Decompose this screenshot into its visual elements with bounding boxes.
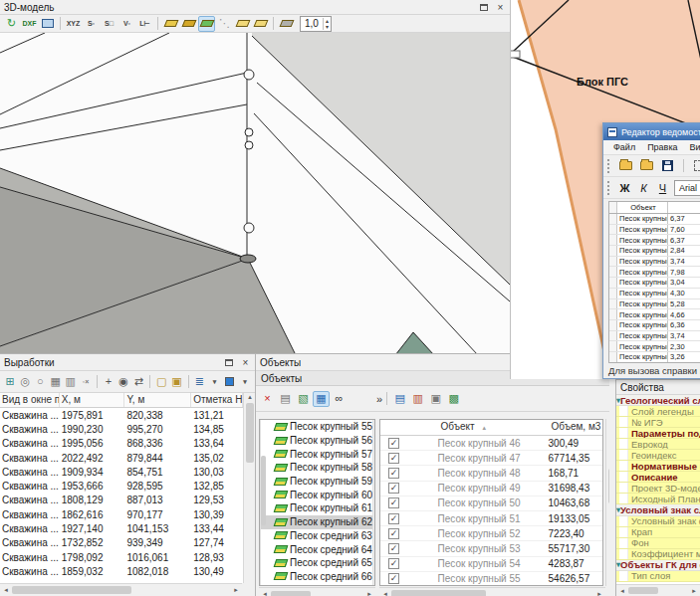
- menu-file[interactable]: Файл: [613, 142, 635, 152]
- col-checkbox[interactable]: [380, 420, 435, 435]
- table-row[interactable]: Песок крупный 27,98: [609, 267, 700, 278]
- export-solid-icon[interactable]: [278, 16, 295, 32]
- scroll-right-icon[interactable]: ▸: [363, 590, 375, 596]
- property-row[interactable]: Слой легенды: [616, 406, 700, 417]
- property-group-row[interactable]: ▾Геологический слой: [616, 395, 700, 406]
- menu-view[interactable]: Вид: [690, 142, 700, 152]
- float-window-icon[interactable]: [478, 2, 489, 13]
- delete-icon[interactable]: ×: [259, 391, 276, 407]
- volumes-report-icon[interactable]: ▥: [409, 391, 426, 407]
- xyz-coords-icon[interactable]: XYZ: [65, 16, 82, 32]
- plate-bottom-icon[interactable]: [252, 16, 269, 32]
- checkbox[interactable]: ✓: [388, 573, 399, 584]
- scroll-thumb[interactable]: [246, 403, 254, 463]
- new-icon[interactable]: [638, 158, 655, 174]
- table-row[interactable]: Скважина ...1927,1401041,153133,44: [0, 521, 243, 535]
- float-window-icon[interactable]: [223, 357, 234, 368]
- property-group-row[interactable]: ▾Условный знак сл: [616, 504, 700, 515]
- checkbox[interactable]: ✓: [388, 453, 399, 464]
- table-row[interactable]: ✓Песок крупный 4767714,35: [380, 451, 602, 466]
- table-row[interactable]: Песок крупный 27,60: [609, 225, 700, 236]
- table-row[interactable]: Скважина ...1798,0921016,061128,93: [0, 550, 243, 564]
- table-row[interactable]: Песок крупный 33,26: [609, 352, 700, 363]
- table-row[interactable]: Песок крупный 22,84: [609, 246, 700, 257]
- find-icon[interactable]: ∞: [331, 391, 348, 407]
- table-row[interactable]: Скважина ...1909,934854,751130,03: [0, 465, 243, 479]
- table-row[interactable]: Песок крупный 26,37: [609, 214, 700, 225]
- swatch-dropdown-icon[interactable]: ▾: [238, 374, 252, 390]
- property-row[interactable]: № ИГЭ: [616, 417, 700, 428]
- col-volume[interactable]: Объем, м3▴: [546, 420, 603, 435]
- boreholes-vscrollbar[interactable]: ▴: [243, 393, 255, 583]
- scroll-left-icon[interactable]: ◂: [379, 590, 391, 596]
- list-item[interactable]: Песок крупный 57: [261, 447, 372, 461]
- list-item[interactable]: Песок крупный 61: [261, 501, 372, 515]
- table-row[interactable]: Скважина ...1808,129887,013129,53: [0, 494, 243, 507]
- property-row[interactable]: Проект 3D-модель: [616, 483, 700, 494]
- property-row[interactable]: Параметры подроб: [616, 428, 700, 439]
- dialog-titlebar[interactable]: Редактор ведомостей -: [603, 123, 700, 140]
- scroll-up-icon[interactable]: ▴: [372, 420, 375, 428]
- boreholes-hscrollbar[interactable]: ◂ ▸: [0, 583, 242, 596]
- table-row[interactable]: Песок крупный 23,04: [609, 278, 700, 289]
- scroll-thumb[interactable]: [271, 591, 311, 596]
- table-row[interactable]: Песок крупный 23,74: [609, 331, 700, 342]
- zoom-to-icon[interactable]: ◎: [18, 374, 32, 390]
- report-icon[interactable]: ▤: [391, 391, 408, 407]
- property-row[interactable]: Нормативные и ра: [616, 461, 700, 472]
- volume-icon[interactable]: V▫: [118, 16, 135, 32]
- table-row[interactable]: Песок крупный 26,36: [609, 320, 700, 331]
- col-y[interactable]: Y, м: [124, 393, 191, 407]
- property-row[interactable]: Коэффициент м: [616, 549, 700, 560]
- scroll-right-icon[interactable]: ▸: [593, 590, 605, 596]
- table-row[interactable]: Песок крупный 23,74: [609, 257, 700, 268]
- underline-button[interactable]: Ч: [655, 182, 670, 194]
- col-plan-view[interactable]: Вид в окне плана: [0, 393, 60, 407]
- borehole-plan-icon[interactable]: ⊞: [3, 374, 17, 390]
- list-item[interactable]: Песок крупный 60: [261, 488, 372, 501]
- scroll-right-icon[interactable]: ▸: [688, 587, 700, 595]
- list-item[interactable]: Песок крупный 56: [261, 434, 372, 448]
- scroll-left-icon[interactable]: ◂: [616, 587, 628, 595]
- property-row[interactable]: Геоиндекс: [616, 450, 700, 461]
- checkbox[interactable]: ✓: [388, 528, 399, 539]
- toolbar-grip[interactable]: [607, 181, 610, 195]
- table-row[interactable]: ✓Песок крупный 46300,49: [380, 436, 602, 451]
- bold-button[interactable]: Ж: [617, 182, 632, 194]
- checkbox[interactable]: ✓: [388, 513, 399, 524]
- select-frame-icon[interactable]: [691, 158, 700, 174]
- checkbox[interactable]: ✓: [388, 468, 399, 479]
- checkbox[interactable]: ✓: [388, 438, 399, 449]
- list-item[interactable]: Песок средний 66: [261, 570, 372, 584]
- area-surface-icon[interactable]: S▫: [83, 16, 100, 32]
- list-vscrollbar[interactable]: ▴ ▾: [372, 420, 375, 585]
- list-item[interactable]: Песок крупный 58: [261, 461, 372, 475]
- solid-body-icon[interactable]: [162, 16, 179, 32]
- font-select[interactable]: Arial ▾: [674, 180, 700, 196]
- dxf-export-icon[interactable]: DXF: [21, 16, 38, 32]
- plate-top-icon[interactable]: [234, 16, 251, 32]
- color-swatch-icon[interactable]: [223, 374, 237, 390]
- property-row[interactable]: Фон: [616, 538, 700, 549]
- list-mode-icon[interactable]: ≣: [192, 374, 206, 390]
- list-dropdown-icon[interactable]: ▾: [208, 374, 222, 390]
- solid-green-icon[interactable]: [198, 16, 215, 32]
- list-item[interactable]: Песок средний 64: [261, 542, 372, 556]
- list-item[interactable]: Песок крупный 62: [261, 515, 372, 529]
- copy-object-icon[interactable]: ▤: [277, 391, 294, 407]
- scroll-thumb[interactable]: [628, 587, 658, 594]
- toolbar-grip[interactable]: [607, 159, 610, 173]
- table-view-icon[interactable]: ▦: [49, 374, 63, 390]
- property-row[interactable]: Еврокод: [616, 439, 700, 450]
- table-row[interactable]: Песок крупный 24,30: [609, 289, 700, 299]
- table-row[interactable]: Скважина ...1990,230995,270134,85: [0, 422, 243, 436]
- table-row[interactable]: Скважина ...1995,056868,336133,64: [0, 437, 243, 451]
- table-row[interactable]: Скважина ...1862,616970,177130,39: [0, 507, 243, 521]
- table-row[interactable]: Скважина ...1953,666928,595132,85: [0, 479, 243, 493]
- area-plane-icon[interactable]: S□: [101, 16, 117, 32]
- table-row[interactable]: ✓Песок крупный 5355717,30: [380, 541, 602, 556]
- copy-sheet-icon[interactable]: ▣: [427, 391, 444, 407]
- property-row[interactable]: Исходный План Ге: [616, 494, 700, 504]
- property-row[interactable]: Условный знак ф: [616, 516, 700, 527]
- table-row[interactable]: Песок крупный 25,28: [609, 299, 700, 310]
